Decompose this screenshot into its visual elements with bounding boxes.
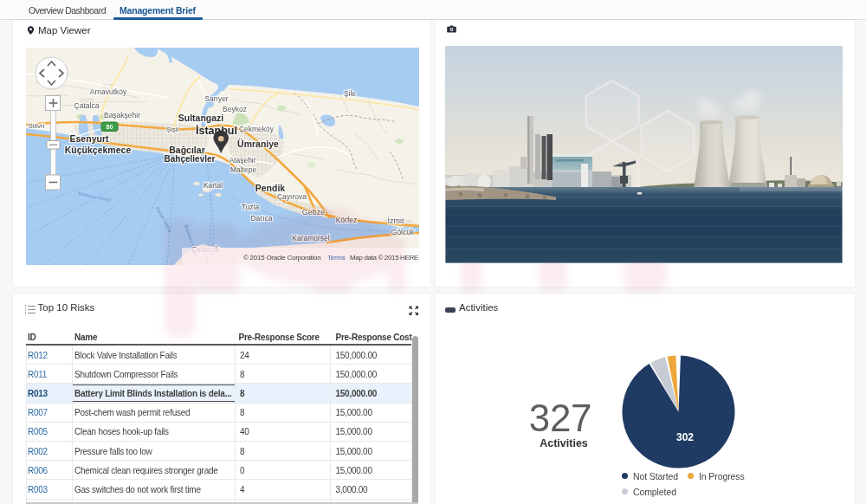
svg-text:Tuzla: Tuzla (242, 203, 260, 211)
svg-text:Darıca: Darıca (250, 214, 272, 223)
svg-text:Şişli: Şişli (166, 125, 179, 132)
svg-text:Ümraniye: Ümraniye (237, 138, 279, 148)
svg-text:Karamürsel: Karamürsel (292, 233, 330, 242)
svg-text:Beykoz: Beykoz (223, 104, 247, 113)
svg-text:Silivri: Silivri (28, 122, 44, 130)
svg-text:Çayırova: Çayırova (277, 192, 307, 201)
svg-text:Ataşehir: Ataşehir (229, 156, 255, 165)
svg-text:Sultangazi: Sultangazi (178, 113, 224, 123)
svg-text:Körfez: Körfez (336, 216, 358, 224)
svg-text:Kartal: Kartal (204, 181, 223, 190)
svg-text:Arnavutköy: Arnavutköy (90, 87, 127, 96)
svg-text:Çatalca: Çatalca (74, 101, 100, 110)
svg-text:Gölcük: Gölcük (391, 227, 415, 236)
svg-text:Map data © 2015 HERE: Map data © 2015 HERE (350, 254, 418, 262)
svg-text:Şile: Şile (344, 89, 356, 98)
svg-text:Terms: Terms (327, 254, 346, 262)
svg-text:© 2015 Oracle Corporation: © 2015 Oracle Corporation (243, 254, 320, 262)
svg-text:Küçükçekmece: Küçükçekmece (65, 144, 132, 154)
svg-text:Çekmeköy: Çekmeköy (239, 124, 275, 132)
svg-text:Bahçelievler: Bahçelievler (165, 153, 216, 163)
svg-text:Sarıyer: Sarıyer (204, 94, 229, 102)
svg-text:Esenyurt: Esenyurt (70, 132, 109, 143)
svg-text:80: 80 (107, 124, 113, 130)
svg-text:Pendik: Pendik (255, 183, 286, 193)
svg-text:Maltepe: Maltepe (230, 165, 257, 174)
svg-text:İzmit: İzmit (388, 216, 404, 225)
svg-text:Gebze: Gebze (302, 208, 326, 216)
svg-text:Başakşehir: Başakşehir (104, 111, 140, 120)
